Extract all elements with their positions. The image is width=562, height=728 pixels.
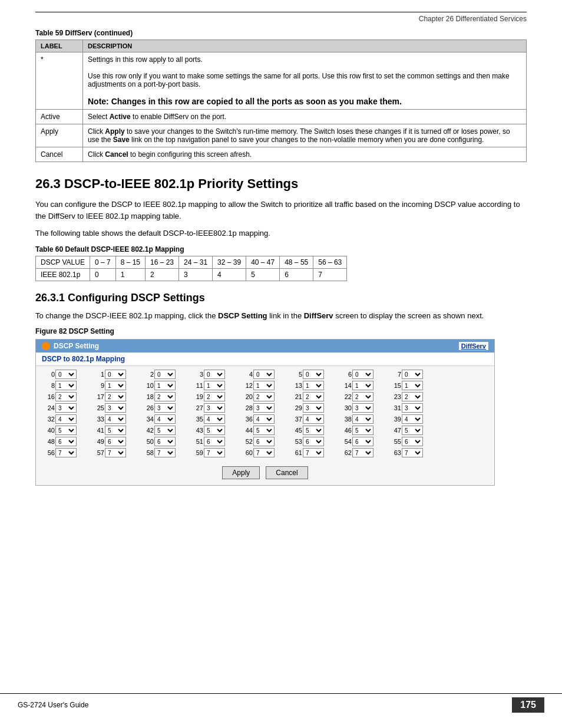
dscp-value-select[interactable]: 01234567 [55, 414, 77, 424]
figure82-caption: Figure 82 DSCP Setting [35, 327, 527, 335]
t60-col8: 56 – 63 [313, 256, 347, 268]
dscp-value-select[interactable]: 01234567 [352, 403, 373, 413]
dscp-value-select[interactable]: 01234567 [154, 426, 176, 435]
dscp-cell: 1601234567 [42, 392, 89, 401]
dscp-value-select[interactable]: 01234567 [105, 448, 126, 457]
dscp-value-select[interactable]: 01234567 [204, 381, 225, 390]
dscp-number: 6 [339, 371, 352, 378]
dscp-value-select[interactable]: 01234567 [253, 437, 275, 446]
dscp-value-select[interactable]: 01234567 [154, 414, 176, 424]
dscp-value-select[interactable]: 01234567 [352, 370, 373, 379]
dscp-value-select[interactable]: 01234567 [154, 370, 176, 379]
dscp-grid: 0012345671012345672012345673012345674012… [36, 366, 494, 463]
dscp-value-select[interactable]: 01234567 [402, 381, 423, 390]
dscp-value-select[interactable]: 01234567 [105, 381, 126, 390]
dscp-value-select[interactable]: 01234567 [105, 392, 126, 401]
dscp-value-select[interactable]: 01234567 [402, 392, 423, 401]
dscp-cell: 2001234567 [240, 392, 287, 401]
dscp-value-select[interactable]: 01234567 [402, 403, 423, 413]
dscp-value-select[interactable]: 01234567 [105, 370, 126, 379]
dscp-value-select[interactable]: 01234567 [105, 426, 126, 435]
dscp-value-select[interactable]: 01234567 [55, 448, 77, 457]
dscp-value-select[interactable]: 01234567 [204, 437, 225, 446]
dscp-value-select[interactable]: 01234567 [402, 414, 423, 424]
dscp-value-select[interactable]: 01234567 [154, 448, 176, 457]
dscp-value-select[interactable]: 01234567 [303, 448, 324, 457]
dscp-value-select[interactable]: 01234567 [105, 403, 126, 413]
dscp-value-select[interactable]: 01234567 [204, 392, 225, 401]
dscp-number: 20 [240, 393, 253, 400]
dscp-value-select[interactable]: 01234567 [352, 437, 373, 446]
dscp-value-select[interactable]: 01234567 [204, 414, 225, 424]
dscp-number: 44 [240, 427, 253, 434]
dscp-value-select[interactable]: 01234567 [253, 426, 275, 435]
dscp-value-select[interactable]: 01234567 [402, 448, 423, 457]
dscp-row: 4001234567410123456742012345674301234567… [42, 426, 488, 435]
dscp-value-select[interactable]: 01234567 [352, 448, 373, 457]
dscp-cell: 4801234567 [42, 437, 89, 446]
dscp-cell: 3201234567 [42, 414, 89, 424]
dscp-value-select[interactable]: 01234567 [204, 370, 225, 379]
dscp-value-select[interactable]: 01234567 [204, 448, 225, 457]
dscp-cell: 3901234567 [388, 414, 435, 424]
dscp-value-select[interactable]: 01234567 [204, 426, 225, 435]
dscp-value-select[interactable]: 01234567 [55, 370, 77, 379]
cancel-button[interactable]: Cancel [266, 466, 308, 479]
dscp-number: 57 [91, 449, 104, 456]
dscp-number: 16 [42, 393, 55, 400]
dscp-value-select[interactable]: 01234567 [55, 437, 77, 446]
dscp-value-select[interactable]: 01234567 [253, 448, 275, 457]
dscp-value-select[interactable]: 01234567 [402, 437, 423, 446]
dscp-value-select[interactable]: 01234567 [55, 392, 77, 401]
dscp-value-select[interactable]: 01234567 [352, 392, 373, 401]
dscp-value-select[interactable]: 01234567 [303, 414, 324, 424]
t60-col5: 32 – 39 [213, 256, 246, 268]
dscp-value-select[interactable]: 01234567 [55, 426, 77, 435]
dscp-cell: 3301234567 [91, 414, 138, 424]
section-263-heading: 26.3 DSCP-to-IEEE 802.1p Priority Settin… [35, 176, 527, 192]
dscp-value-select[interactable]: 01234567 [154, 403, 176, 413]
dscp-cell: 1901234567 [190, 392, 237, 401]
dscp-cell: 3801234567 [339, 414, 386, 424]
dscp-value-select[interactable]: 01234567 [105, 437, 126, 446]
dscp-number: 45 [289, 427, 302, 434]
dscp-cell: 2701234567 [190, 403, 237, 413]
dscp-row: 4801234567490123456750012345675101234567… [42, 437, 488, 446]
t60-val4: 4 [213, 268, 246, 281]
dscp-value-select[interactable]: 01234567 [303, 370, 324, 379]
dscp-cell: 5201234567 [240, 437, 287, 446]
dscp-value-select[interactable]: 01234567 [154, 437, 176, 446]
dscp-value-select[interactable]: 01234567 [253, 370, 275, 379]
dscp-value-select[interactable]: 01234567 [303, 392, 324, 401]
t60-col7: 48 – 55 [280, 256, 313, 268]
apply-button[interactable]: Apply [222, 466, 260, 479]
dscp-value-select[interactable]: 01234567 [402, 370, 423, 379]
dscp-value-select[interactable]: 01234567 [303, 403, 324, 413]
dscp-value-select[interactable]: 01234567 [253, 381, 275, 390]
dscp-value-select[interactable]: 01234567 [352, 381, 373, 390]
dscp-value-select[interactable]: 01234567 [253, 392, 275, 401]
dscp-value-select[interactable]: 01234567 [303, 426, 324, 435]
dscp-value-select[interactable]: 01234567 [154, 381, 176, 390]
dscp-cell: 6101234567 [289, 448, 336, 457]
dscp-value-select[interactable]: 01234567 [352, 426, 373, 435]
dscp-value-select[interactable]: 01234567 [253, 414, 275, 424]
dscp-value-select[interactable]: 01234567 [303, 437, 324, 446]
dscp-value-select[interactable]: 01234567 [402, 426, 423, 435]
dscp-value-select[interactable]: 01234567 [105, 414, 126, 424]
dscp-number: 52 [240, 438, 253, 445]
dscp-value-select[interactable]: 01234567 [352, 414, 373, 424]
t60-col4: 24 – 31 [179, 256, 213, 268]
section-2631-para: To change the DSCP-IEEE 802.1p mapping, … [35, 310, 527, 322]
dscp-value-select[interactable]: 01234567 [55, 403, 77, 413]
dscp-value-select[interactable]: 01234567 [154, 392, 176, 401]
dscp-value-select[interactable]: 01234567 [204, 403, 225, 413]
dscp-value-select[interactable]: 01234567 [253, 403, 275, 413]
dscp-cell: 2401234567 [42, 403, 89, 413]
dscp-number: 36 [240, 416, 253, 423]
diffserv-link[interactable]: DiffServ [459, 342, 488, 350]
row-desc: Select Active to enable DiffServ on the … [83, 110, 527, 124]
dscp-value-select[interactable]: 01234567 [303, 381, 324, 390]
dscp-cell: 501234567 [289, 370, 336, 379]
dscp-value-select[interactable]: 01234567 [55, 381, 77, 390]
